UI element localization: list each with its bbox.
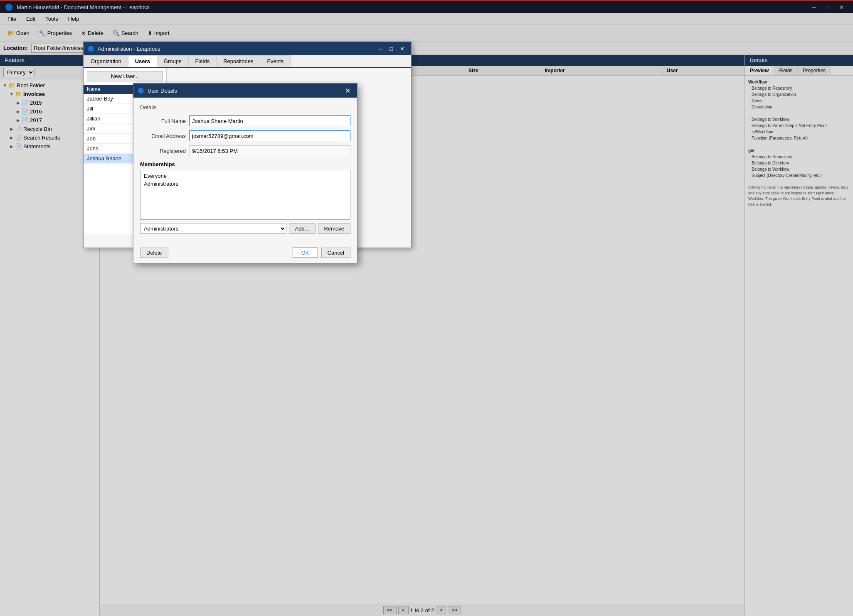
- registered-label: Registered: [140, 148, 186, 154]
- admin-title-left: 🔵 Administration - Leapdocs: [88, 46, 160, 52]
- email-row: Email Address: [140, 130, 350, 141]
- registered-input: [189, 145, 350, 156]
- full-name-label: Full Name: [140, 118, 186, 124]
- email-input[interactable]: [189, 130, 350, 141]
- add-button[interactable]: Add...: [289, 223, 316, 234]
- user-details-dialog: 🔵 User Details ✕ Details Full Name Email…: [133, 83, 357, 263]
- registered-row: Registered: [140, 145, 350, 156]
- full-name-input[interactable]: [189, 115, 350, 126]
- dialog-icon: 🔵: [138, 88, 144, 94]
- admin-tabs: Organization Users Groups Fields Reposit…: [84, 55, 411, 68]
- ok-button[interactable]: OK: [293, 248, 318, 258]
- membership-controls: Administrators Everyone Add... Remove: [140, 223, 350, 234]
- new-user-button[interactable]: New User...: [87, 71, 163, 81]
- admin-title-bar: 🔵 Administration - Leapdocs ─ □ ✕: [84, 42, 411, 55]
- dialog-title-left: 🔵 User Details: [138, 88, 177, 94]
- admin-tab-events[interactable]: Events: [260, 55, 291, 67]
- dialog-title: User Details: [148, 88, 177, 94]
- memberships-list: Everyone Administrators: [140, 170, 350, 220]
- dialog-title-bar: 🔵 User Details ✕: [133, 83, 357, 98]
- admin-tab-repositories[interactable]: Repositories: [217, 55, 260, 67]
- membership-dropdown[interactable]: Administrators Everyone: [140, 223, 286, 234]
- admin-tab-groups[interactable]: Groups: [157, 55, 189, 67]
- admin-minimize-btn[interactable]: ─: [375, 44, 385, 54]
- admin-close-btn[interactable]: ✕: [397, 44, 407, 54]
- admin-maximize-btn[interactable]: □: [386, 44, 396, 54]
- dialog-footer-right: OK Cancel: [293, 248, 350, 258]
- admin-tab-organization[interactable]: Organization: [84, 55, 128, 67]
- details-section-label: Details: [140, 104, 350, 110]
- admin-tab-fields[interactable]: Fields: [189, 55, 217, 67]
- membership-administrators: Administrators: [142, 180, 348, 188]
- remove-button[interactable]: Remove: [318, 223, 350, 234]
- admin-title: Administration - Leapdocs: [98, 46, 160, 52]
- admin-controls: ─ □ ✕: [375, 44, 407, 54]
- admin-tab-users[interactable]: Users: [128, 55, 157, 68]
- dialog-close-button[interactable]: ✕: [343, 86, 353, 96]
- cancel-button[interactable]: Cancel: [321, 248, 350, 258]
- delete-button[interactable]: Delete: [140, 248, 168, 258]
- email-label: Email Address: [140, 133, 186, 139]
- memberships-label: Memberships: [140, 161, 350, 167]
- admin-icon: 🔵: [88, 46, 94, 52]
- dialog-body: Details Full Name Email Address Register…: [133, 98, 357, 241]
- full-name-row: Full Name: [140, 115, 350, 126]
- membership-everyone: Everyone: [142, 172, 348, 180]
- dialog-footer: Delete OK Cancel: [133, 244, 357, 263]
